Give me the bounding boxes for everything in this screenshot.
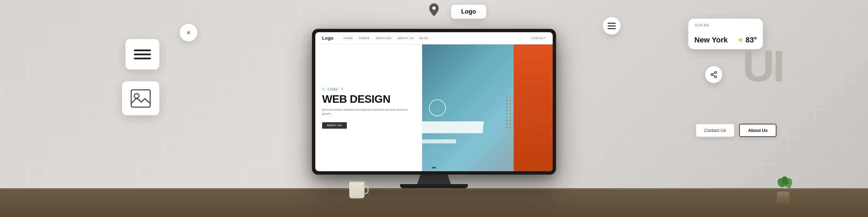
- location-pin-float: [429, 3, 439, 16]
- monitor-wrapper: Logo HOME PAGES SERVICES ABOUT US BLOG C…: [312, 29, 556, 188]
- slide-dots: [429, 167, 439, 169]
- share-button[interactable]: [705, 66, 722, 83]
- website-hero: < code > WEB DESIGN We build creative we…: [315, 44, 553, 171]
- plant-pot: [776, 192, 790, 203]
- weather-city: New York: [694, 36, 728, 44]
- website-nav: Logo HOME PAGES SERVICES ABOUT US BLOG C…: [315, 32, 553, 44]
- hero-title: WEB DESIGN: [322, 93, 417, 105]
- slide-dot-2[interactable]: [432, 167, 436, 169]
- desk-surface: [0, 188, 868, 217]
- plant-float: [776, 176, 793, 203]
- share-icon: [710, 71, 717, 78]
- coffee-cup: [349, 181, 364, 198]
- image-placeholder-card: [122, 81, 159, 115]
- hero-content: < code > WEB DESIGN We build creative we…: [322, 87, 417, 129]
- svg-point-5: [715, 76, 717, 78]
- hamburger-right-button[interactable]: [603, 17, 620, 35]
- slide-dot-3[interactable]: [437, 167, 439, 169]
- svg-line-6: [713, 75, 715, 76]
- scene: Logo × 10:45 AM New York ☀ 83°: [0, 0, 868, 217]
- contact-us-button[interactable]: Contact Us: [696, 124, 734, 137]
- menu-card[interactable]: [125, 39, 159, 70]
- brush-stroke-2: [415, 139, 456, 143]
- hamburger-line-3: [134, 58, 151, 59]
- website-nav-links: HOME PAGES SERVICES ABOUT US BLOG: [344, 37, 531, 40]
- building-dots-pattern: [505, 95, 532, 129]
- building-circle-overlay: [429, 99, 446, 116]
- hamburger-sm-line-1: [608, 23, 616, 24]
- ui-decorative-text: UI: [743, 44, 783, 88]
- brush-stroke-1: [415, 121, 484, 133]
- hero-description: We build creative websites that captivat…: [322, 108, 417, 116]
- coffee-cup-float: [349, 181, 364, 198]
- monitor-screen: Logo HOME PAGES SERVICES ABOUT US BLOG C…: [315, 32, 553, 171]
- nav-item-about[interactable]: ABOUT US: [398, 37, 414, 40]
- nav-item-contact[interactable]: CONTACT: [531, 37, 546, 40]
- svg-point-4: [711, 74, 713, 76]
- close-button[interactable]: ×: [180, 24, 197, 41]
- website-logo: Logo: [322, 36, 334, 41]
- website: Logo HOME PAGES SERVICES ABOUT US BLOG C…: [315, 32, 553, 171]
- hamburger-line-1: [134, 50, 151, 51]
- nav-item-services[interactable]: SERVICES: [376, 37, 392, 40]
- pin-icon: [429, 3, 439, 16]
- nav-item-home[interactable]: HOME: [344, 37, 353, 40]
- svg-point-0: [432, 6, 436, 10]
- logo-pill-text: Logo: [461, 8, 476, 15]
- nav-item-pages[interactable]: PAGES: [359, 37, 370, 40]
- svg-line-7: [713, 73, 715, 74]
- image-placeholder-icon: [131, 89, 151, 108]
- hero-image: [422, 44, 553, 171]
- nav-item-blog[interactable]: BLOG: [420, 37, 428, 40]
- hamburger-line-2: [134, 54, 151, 55]
- logo-pill: Logo: [451, 5, 486, 19]
- monitor-stand-base: [400, 184, 468, 188]
- hero-code-text: < code >: [322, 87, 417, 92]
- plant-leaves: [776, 176, 793, 193]
- monitor-stand-neck: [417, 175, 451, 184]
- monitor: Logo HOME PAGES SERVICES ABOUT US BLOG C…: [312, 29, 556, 175]
- slide-dot-1[interactable]: [429, 167, 431, 169]
- hamburger-sm-line-2: [608, 25, 616, 26]
- about-us-button[interactable]: About Us: [739, 124, 776, 137]
- floating-buttons: Contact Us About Us: [696, 124, 776, 137]
- close-icon: ×: [186, 29, 191, 37]
- hero-cta-button[interactable]: ABOUT US: [322, 122, 347, 129]
- weather-time: 10:45 AM: [694, 23, 757, 27]
- svg-rect-1: [131, 90, 150, 107]
- svg-point-3: [715, 72, 717, 74]
- hamburger-sm-line-3: [608, 28, 616, 29]
